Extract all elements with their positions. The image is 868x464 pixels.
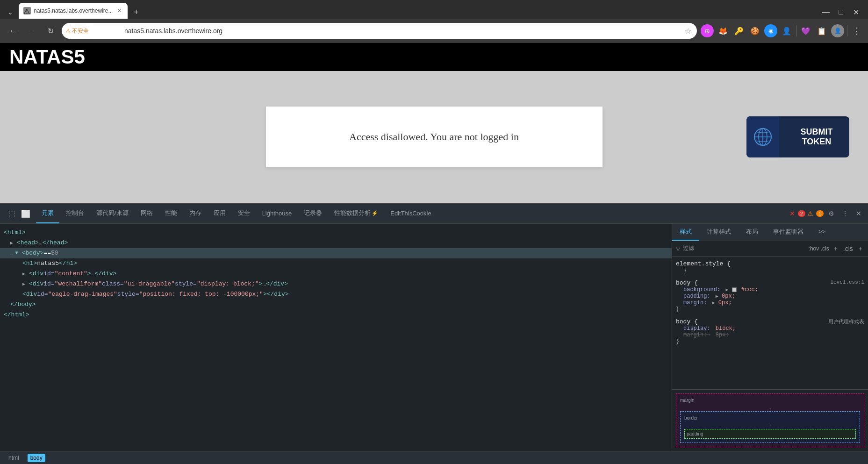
body-prop-display: display: block;	[676, 325, 864, 332]
active-tab[interactable]: ⚠ natas5.natas.labs.overthewire... ×	[19, 3, 128, 19]
filter-icon: ▽	[676, 245, 680, 252]
tab-edit-cookie[interactable]: EditThisCookie	[385, 204, 437, 223]
site-title-text: NATAS	[9, 46, 74, 68]
icon-profile[interactable]: 👤	[780, 24, 793, 37]
devtools-device-button[interactable]: ⬜	[18, 207, 33, 220]
perf-insights-icon: ⚡	[372, 210, 378, 216]
body-prop-padding: padding: ▶ 0px;	[676, 293, 864, 300]
tab-network[interactable]: 网络	[135, 204, 158, 223]
tab-more-styles[interactable]: >>	[811, 224, 833, 241]
box-model-panel: margin - border - padding	[672, 389, 868, 451]
border-dash-top: -	[684, 421, 856, 429]
tab-elements[interactable]: 元素	[36, 204, 59, 223]
warning-icon: ⚠	[807, 210, 813, 217]
devtools-right-icons: ✕ 2 ⚠ 1 ⚙ ⋮ ✕	[789, 207, 864, 220]
new-style-rule-button[interactable]: +	[857, 244, 864, 253]
dom-html-line: <html>	[0, 228, 672, 238]
site-body: Access disallowed. You are not logged in	[0, 71, 868, 203]
devtools-more-button[interactable]: ⋮	[839, 207, 851, 220]
devtools-left-icons: ⬚ ⬜	[4, 207, 35, 220]
icon-extension2[interactable]: ◉	[764, 24, 777, 37]
element-style-closing: }	[676, 267, 864, 274]
submit-token-button[interactable]: Submit Token	[746, 116, 849, 157]
box-model-padding: padding	[684, 429, 856, 439]
filter-buttons: + .cls +	[832, 244, 864, 253]
padding-label: padding	[687, 431, 854, 436]
content-box: Access disallowed. You are not logged in	[266, 107, 603, 167]
reload-button[interactable]: ↻	[43, 23, 58, 38]
dom-panel[interactable]: <html> ▶ <head> … </head> … ▼ <body> == …	[0, 224, 672, 451]
element-style-selector: element.style {	[676, 260, 864, 267]
tab-console[interactable]: 控制台	[60, 204, 90, 223]
body-rule-2-close: }	[676, 338, 864, 345]
close-button[interactable]: ✕	[849, 6, 862, 19]
body-rule-2: body { 用户代理样式表 display: block; margin:→ …	[676, 318, 864, 345]
back-button[interactable]: ←	[6, 23, 21, 38]
error-icon: ✕	[789, 210, 795, 217]
url-input[interactable]	[92, 27, 683, 35]
devtools-bottom-bar: html body	[0, 451, 868, 464]
dom-head-line[interactable]: ▶ <head> … </head>	[0, 238, 672, 248]
minimize-button[interactable]: —	[819, 6, 832, 19]
icon-extension4[interactable]: 📋	[815, 24, 828, 37]
icon-firefox-sync[interactable]: ⊕	[701, 24, 714, 37]
tab-perf-insights[interactable]: 性能数据分析 ⚡	[329, 204, 384, 223]
icon-extension1[interactable]: 🔑	[732, 24, 746, 37]
body-selector-1: body { level.css:1	[676, 279, 864, 286]
browser-menu-button[interactable]: ⋮	[850, 24, 862, 38]
browser-toolbar-icons: ⊕ 🦊 🔑 🍪 ◉ 👤 💜 📋 👤 ⋮	[701, 24, 862, 38]
dom-body-line[interactable]: … ▼ <body> == $0	[0, 248, 672, 258]
bottom-bar-body-tag[interactable]: body	[28, 454, 45, 462]
styles-content: element.style { } body { level.css:1	[672, 257, 868, 389]
dom-eagle-div[interactable]: <div id= "eagle-drag-images" style= "pos…	[0, 289, 672, 300]
body-prop-margin-strikethrough: margin:→ 8px;	[676, 332, 864, 338]
not-secure-label: 不安全	[72, 27, 89, 35]
forward-button[interactable]: →	[24, 23, 39, 38]
add-style-button[interactable]: +	[832, 244, 839, 253]
box-model-margin: margin - border - padding	[676, 393, 864, 447]
icon-avatar[interactable]: 👤	[831, 24, 844, 37]
tab-event-listeners[interactable]: 事件监听器	[766, 224, 811, 241]
address-bar-container: ⚠ 不安全 ☆	[62, 23, 697, 39]
tab-close-button[interactable]: ×	[115, 7, 123, 14]
tab-computed[interactable]: 计算样式	[699, 224, 739, 241]
tab-application[interactable]: 应用	[208, 204, 231, 223]
site-title: NATAS5	[9, 46, 85, 68]
bookmark-button[interactable]: ☆	[683, 25, 693, 37]
dom-wechallform-div[interactable]: ▶ <div id= "wechallform" class= "ui-drag…	[0, 279, 672, 289]
tab-memory[interactable]: 内存	[184, 204, 207, 223]
tab-styles[interactable]: 样式	[672, 224, 699, 241]
tab-scroll-left[interactable]: ⌄	[4, 6, 17, 19]
devtools-close-button[interactable]: ✕	[853, 207, 864, 220]
dom-content-div[interactable]: ▶ <div id= "content" > … </div>	[0, 269, 672, 279]
body-prop-background: background: ▶ #ccc;	[676, 286, 864, 293]
icon-cookie[interactable]: 🍪	[748, 24, 761, 37]
devtools-inspect-button[interactable]: ⬚	[6, 207, 18, 220]
tab-lighthouse[interactable]: Lighthouse	[257, 204, 298, 223]
icon-firefox[interactable]: 🦊	[717, 24, 730, 37]
filter-label: 过滤	[683, 244, 694, 252]
dom-html-close: </html>	[0, 310, 672, 320]
navigation-bar: ← → ↻ ⚠ 不安全 ☆ ⊕ 🦊 🔑 🍪 ◉ 👤 💜 📋 👤 ⋮	[0, 19, 868, 43]
maximize-button[interactable]: □	[834, 6, 847, 19]
submit-token-label: Submit Token	[784, 127, 849, 147]
body-selector-2: body { 用户代理样式表	[676, 318, 864, 325]
dom-h1-line[interactable]: <h1> natas5 </h1>	[0, 258, 672, 269]
new-tab-button[interactable]: +	[129, 6, 143, 19]
style-class-button[interactable]: .cls	[841, 244, 855, 253]
margin-dash-top: -	[680, 403, 860, 411]
tab-recorder[interactable]: 记录器	[298, 204, 328, 223]
tab-sources[interactable]: 源代码/来源	[91, 204, 134, 223]
tab-security[interactable]: 安全	[232, 204, 256, 223]
icon-extension3[interactable]: 💜	[799, 24, 812, 37]
security-warning-icon: ⚠	[65, 28, 71, 35]
background-color-swatch[interactable]	[732, 287, 737, 292]
devtools-settings-button[interactable]: ⚙	[825, 207, 837, 220]
styles-filter-input[interactable]	[697, 245, 806, 252]
tab-layout[interactable]: 布局	[739, 224, 766, 241]
submit-token-globe-icon	[746, 116, 779, 157]
tab-performance[interactable]: 性能	[159, 204, 183, 223]
bottom-bar-html-tag[interactable]: html	[6, 454, 22, 462]
body-prop-margin: margin: ▶ 0px;	[676, 300, 864, 306]
box-model-border: border - padding	[680, 411, 860, 443]
